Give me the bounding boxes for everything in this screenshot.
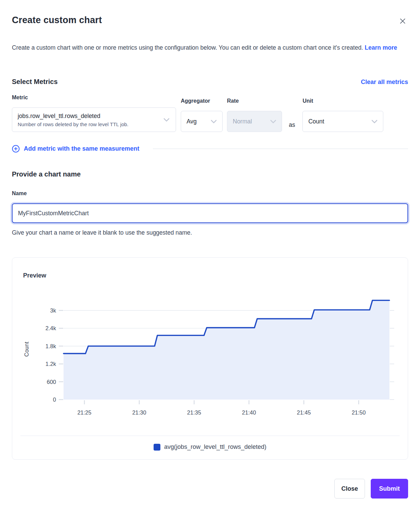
- dialog-description: Create a custom chart with one or more m…: [12, 41, 403, 54]
- y-axis-labels: 06001.2k1.8k2.4k3k: [46, 307, 56, 403]
- chevron-down-icon: [270, 120, 276, 123]
- chevron-down-icon: [211, 120, 217, 123]
- rate-label: Rate: [227, 98, 282, 104]
- name-helper-text: Give your chart a name or leave it blank…: [12, 229, 408, 236]
- metric-config-row: Metric jobs.row_level_ttl.rows_deleted N…: [12, 95, 408, 132]
- svg-text:0: 0: [53, 397, 56, 403]
- create-custom-chart-dialog: Create custom chart Create a custom char…: [0, 0, 420, 499]
- svg-text:1.2k: 1.2k: [46, 361, 56, 367]
- svg-text:21:35: 21:35: [187, 409, 201, 416]
- svg-text:21:50: 21:50: [352, 409, 366, 416]
- aggregator-select[interactable]: Avg: [181, 111, 223, 132]
- unit-select-value: Count: [308, 118, 324, 125]
- submit-button[interactable]: Submit: [371, 479, 408, 499]
- chevron-down-icon: [163, 118, 170, 122]
- y-axis-title: Count: [23, 342, 30, 357]
- description-text: Create a custom chart with one or more m…: [12, 44, 363, 51]
- rate-select-value: Normal: [233, 118, 252, 125]
- name-label: Name: [12, 190, 408, 197]
- svg-text:Count: Count: [23, 342, 30, 357]
- chevron-down-icon: [371, 120, 378, 123]
- add-metric-link[interactable]: Add metric with the same measurement: [12, 145, 139, 153]
- x-axis-labels: 21:2521:3021:3521:4021:4521:50: [77, 409, 366, 416]
- chart-name-heading: Provide a chart name: [12, 170, 408, 178]
- chart-area: [64, 300, 389, 400]
- chart-legend: avg(jobs_row_level_ttl_rows_deleted): [12, 443, 408, 451]
- aggregator-select-value: Avg: [187, 118, 197, 125]
- metric-select[interactable]: jobs.row_level_ttl.rows_deleted Number o…: [12, 107, 176, 132]
- metric-label: Metric: [12, 95, 176, 101]
- close-button[interactable]: Close: [334, 479, 365, 499]
- close-x-glyph: [399, 17, 407, 25]
- legend-label: avg(jobs_row_level_ttl_rows_deleted): [164, 443, 266, 451]
- metric-select-description: Number of rows deleted by the row level …: [18, 121, 128, 127]
- preview-chart: 06001.2k1.8k2.4k3k21:2521:3021:3521:4021…: [12, 280, 408, 434]
- svg-text:21:25: 21:25: [77, 409, 91, 416]
- svg-text:1.8k: 1.8k: [46, 343, 56, 349]
- aggregator-label: Aggregator: [181, 98, 223, 104]
- unit-select[interactable]: Count: [302, 111, 383, 132]
- svg-text:3k: 3k: [50, 307, 56, 314]
- svg-text:21:45: 21:45: [297, 409, 311, 416]
- plus-circle-icon: [12, 145, 20, 153]
- legend-swatch: [154, 444, 160, 451]
- svg-text:21:30: 21:30: [132, 409, 146, 416]
- learn-more-link[interactable]: Learn more: [365, 44, 397, 51]
- unit-label: Unit: [302, 98, 383, 104]
- svg-text:21:40: 21:40: [242, 409, 256, 416]
- select-metrics-heading: Select Metrics: [12, 78, 58, 86]
- metric-select-value: jobs.row_level_ttl.rows_deleted: [18, 113, 128, 120]
- chart-name-input[interactable]: [12, 203, 408, 223]
- clear-all-metrics-link[interactable]: Clear all metrics: [361, 79, 408, 86]
- add-metric-label: Add metric with the same measurement: [24, 145, 139, 152]
- as-text: as: [289, 121, 295, 129]
- svg-text:2.4k: 2.4k: [46, 325, 56, 331]
- divider: [20, 436, 400, 436]
- page-title: Create custom chart: [12, 15, 102, 26]
- preview-card: Preview 06001.2k1.8k2.4k3k21:2521:3021:3…: [12, 257, 408, 460]
- divider: [153, 149, 408, 149]
- svg-text:600: 600: [47, 379, 56, 385]
- rate-select-disabled: Normal: [227, 111, 282, 132]
- close-icon[interactable]: [397, 16, 408, 28]
- preview-heading: Preview: [23, 272, 408, 279]
